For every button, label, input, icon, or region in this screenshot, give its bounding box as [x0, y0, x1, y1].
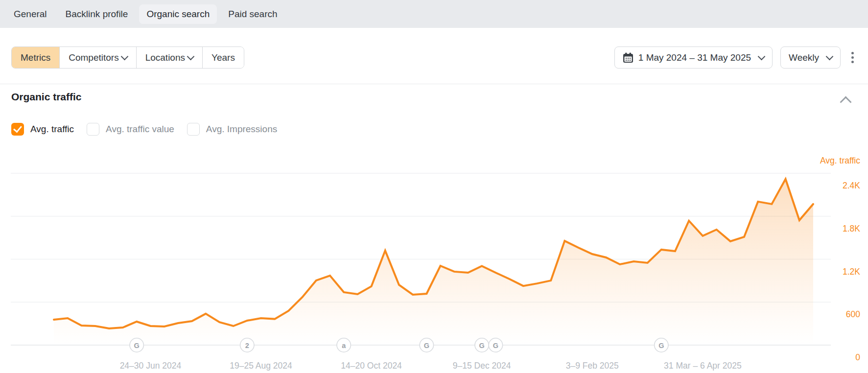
- date-range-button[interactable]: 1 May 2024 – 31 May 2025: [614, 47, 773, 69]
- date-range-label: 1 May 2024 – 31 May 2025: [638, 52, 751, 63]
- traffic-line: [54, 179, 813, 328]
- event-badge-G[interactable]: G: [489, 338, 502, 352]
- svg-text:G: G: [493, 342, 498, 350]
- section-divider: [0, 84, 868, 84]
- chart-toolbar: Metrics Competitors Locations Years: [11, 47, 857, 69]
- avg-impressions-label: Avg. Impressions: [206, 124, 277, 135]
- event-badge-G[interactable]: G: [130, 338, 143, 352]
- avg-traffic-checkbox[interactable]: Avg. traffic: [11, 123, 74, 136]
- avg-traffic-value-label: Avg. traffic value: [106, 124, 174, 135]
- checkbox-unchecked-icon: [87, 123, 99, 136]
- tab-backlink-profile[interactable]: Backlink profile: [58, 4, 136, 24]
- metrics-button[interactable]: Metrics: [12, 47, 60, 68]
- years-button[interactable]: Years: [203, 47, 244, 68]
- event-badge-a[interactable]: a: [337, 338, 351, 352]
- report-tabbar: General Backlink profile Organic search …: [0, 0, 868, 28]
- tab-general[interactable]: General: [6, 4, 54, 24]
- avg-traffic-label: Avg. traffic: [30, 124, 74, 135]
- y-axis-label: 600: [846, 309, 860, 319]
- x-axis-label: 14–20 Oct 2024: [341, 361, 402, 371]
- event-badge-G[interactable]: G: [475, 338, 489, 352]
- svg-text:2: 2: [245, 342, 249, 350]
- competitors-button-label: Competitors: [69, 52, 118, 63]
- x-axis-label: 31 Mar – 6 Apr 2025: [664, 361, 742, 371]
- avg-impressions-checkbox[interactable]: Avg. Impressions: [187, 123, 277, 136]
- kebab-menu-icon[interactable]: [848, 49, 857, 66]
- competitors-button[interactable]: Competitors: [60, 47, 136, 68]
- svg-text:G: G: [424, 342, 429, 350]
- calendar-icon: [623, 52, 633, 63]
- years-button-label: Years: [211, 52, 235, 63]
- section-title: Organic traffic: [11, 91, 82, 103]
- x-axis-label: 19–25 Aug 2024: [230, 361, 292, 371]
- chevron-down-icon: [187, 53, 195, 61]
- avg-traffic-value-checkbox[interactable]: Avg. traffic value: [87, 123, 174, 136]
- chevron-down-icon: [120, 53, 128, 61]
- checkbox-unchecked-icon: [187, 123, 200, 136]
- toolbar-right-controls: 1 May 2024 – 31 May 2025 Weekly: [614, 47, 857, 69]
- svg-text:G: G: [658, 342, 664, 350]
- event-badge-G[interactable]: G: [420, 338, 433, 352]
- metrics-button-label: Metrics: [21, 52, 50, 63]
- collapse-section-button[interactable]: [842, 94, 853, 106]
- checkbox-checked-icon: [11, 123, 24, 136]
- traffic-area: [54, 179, 813, 345]
- event-badge-2[interactable]: 2: [240, 338, 254, 352]
- chevron-up-icon: [840, 96, 851, 108]
- svg-text:G: G: [479, 342, 485, 350]
- granularity-label: Weekly: [789, 52, 819, 63]
- locations-button-label: Locations: [145, 52, 185, 63]
- event-badge-G[interactable]: G: [655, 338, 668, 352]
- y-axis-label: 1.2K: [843, 267, 860, 277]
- locations-button[interactable]: Locations: [137, 47, 203, 68]
- tab-paid-search[interactable]: Paid search: [221, 4, 284, 24]
- y-axis-title: Avg. traffic: [820, 156, 860, 165]
- x-axis-label: 9–15 Dec 2024: [453, 361, 511, 371]
- chevron-down-icon: [758, 53, 766, 61]
- x-axis-label: 3–9 Feb 2025: [566, 361, 619, 371]
- chevron-down-icon: [826, 53, 834, 61]
- svg-text:G: G: [134, 342, 140, 350]
- filter-segmented-group: Metrics Competitors Locations Years: [11, 47, 244, 69]
- y-axis-label: 2.4K: [843, 181, 860, 190]
- tab-organic-search[interactable]: Organic search: [139, 4, 217, 24]
- x-axis-label: 24–30 Jun 2024: [120, 361, 182, 371]
- organic-search-report-page: General Backlink profile Organic search …: [0, 0, 868, 373]
- metric-legend: Avg. traffic Avg. traffic value Avg. Imp…: [11, 123, 277, 136]
- granularity-button[interactable]: Weekly: [780, 47, 841, 69]
- svg-text:a: a: [342, 342, 346, 350]
- y-axis-label: 0: [855, 352, 860, 362]
- y-axis-label: 1.8K: [843, 224, 860, 233]
